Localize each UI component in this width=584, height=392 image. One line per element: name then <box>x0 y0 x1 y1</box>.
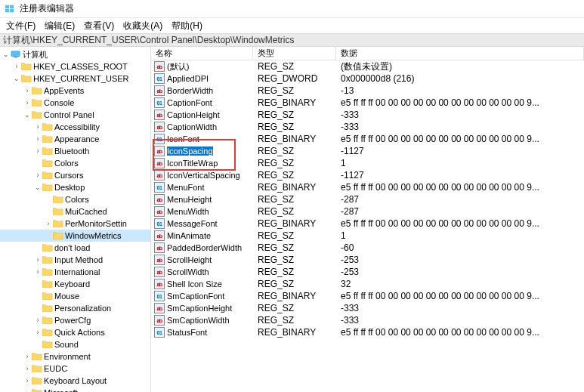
menu-edit[interactable]: 编辑(E) <box>40 20 79 32</box>
tree-item-label: Keyboard <box>54 279 90 289</box>
col-header-name[interactable]: 名称 <box>151 47 253 60</box>
list-row[interactable]: ab(默认)REG_SZ(数值未设置) <box>151 60 584 73</box>
tree-view[interactable]: ⌄计算机›HKEY_CLASSES_ROOT⌄HKEY_CURRENT_USER… <box>0 47 151 392</box>
tree-item[interactable]: ⌄Desktop <box>0 181 150 193</box>
menu-help[interactable]: 帮助(H) <box>167 20 207 32</box>
tree-item[interactable]: ›EUDC <box>0 363 150 375</box>
tree-item[interactable]: ›Accessibility <box>0 121 150 133</box>
expand-icon[interactable]: › <box>23 365 32 372</box>
col-header-data[interactable]: 数据 <box>336 47 584 60</box>
list-row[interactable]: abPaddedBorderWidthREG_SZ-60 <box>151 242 584 254</box>
expand-icon[interactable]: › <box>33 256 42 264</box>
expand-icon[interactable]: › <box>12 63 21 70</box>
menu-view[interactable]: 查看(V) <box>79 20 119 32</box>
value-data: -1127 <box>336 146 584 156</box>
expand-icon[interactable]: › <box>33 123 42 131</box>
list-row[interactable]: 01SmCaptionFontREG_BINARYe5 ff ff ff 00 … <box>151 290 584 302</box>
list-row[interactable]: abShell Icon SizeREG_SZ32 <box>151 278 584 290</box>
tree-item[interactable]: ›PowerCfg <box>0 314 150 326</box>
expand-icon[interactable]: › <box>23 377 32 384</box>
string-value-icon: ab <box>154 303 165 313</box>
tree-item[interactable]: ›International <box>0 266 150 278</box>
tree-item[interactable]: ›PerMonitorSettin <box>0 218 150 230</box>
list-row[interactable]: abMinAnimateREG_SZ1 <box>151 230 584 242</box>
expand-icon[interactable]: › <box>23 87 32 94</box>
list-row[interactable]: abIconVerticalSpacingREG_SZ-1127 <box>151 169 584 181</box>
tree-item[interactable]: ⌄HKEY_CURRENT_USER <box>0 73 150 85</box>
menu-favorites[interactable]: 收藏夹(A) <box>119 20 167 32</box>
expand-icon[interactable]: › <box>33 268 42 276</box>
col-header-type[interactable]: 类型 <box>253 47 336 60</box>
collapse-icon[interactable]: ⌄ <box>2 51 11 58</box>
list-row[interactable]: 01MenuFontREG_BINARYe5 ff ff ff 00 00 00… <box>151 181 584 193</box>
tree-item[interactable]: ›Quick Actions <box>0 326 150 338</box>
string-value-icon: ab <box>154 230 165 241</box>
svg-rect-5 <box>14 57 17 58</box>
list-row[interactable]: abCaptionHeightREG_SZ-333 <box>151 109 584 121</box>
collapse-icon[interactable]: ⌄ <box>23 111 32 119</box>
tree-item[interactable]: ›Console <box>0 97 150 109</box>
tree-item[interactable]: MuiCached <box>0 205 150 218</box>
expand-icon[interactable]: › <box>33 147 42 155</box>
collapse-icon[interactable]: ⌄ <box>12 75 21 82</box>
expand-icon[interactable]: › <box>44 220 53 227</box>
list-row[interactable]: 01CaptionFontREG_BINARYe5 ff ff ff 00 00… <box>151 97 584 109</box>
collapse-icon[interactable]: ⌄ <box>33 184 42 191</box>
tree-item[interactable]: ›Cursors <box>0 169 150 181</box>
expand-icon[interactable]: › <box>23 353 32 360</box>
list-row[interactable]: abIconTitleWrapREG_SZ1 <box>151 157 584 169</box>
list-row[interactable]: abScrollWidthREG_SZ-253 <box>151 266 584 278</box>
list-row[interactable]: 01MessageFontREG_BINARYe5 ff ff ff 00 00… <box>151 218 584 230</box>
tree-item[interactable]: Keyboard <box>0 278 150 290</box>
value-name: CaptionHeight <box>167 110 220 119</box>
value-type: REG_SZ <box>253 85 336 96</box>
tree-item[interactable]: don't load <box>0 242 150 254</box>
tree-item[interactable]: WindowMetrics <box>0 230 150 242</box>
list-row[interactable]: abMenuHeightREG_SZ-287 <box>151 193 584 205</box>
tree-item[interactable]: ›Environment <box>0 350 150 363</box>
tree-item[interactable]: Colors <box>0 157 150 169</box>
tree-item[interactable]: ›HKEY_CLASSES_ROOT <box>0 60 150 73</box>
string-value-icon: ab <box>154 267 165 277</box>
tree-item[interactable]: Colors <box>0 193 150 205</box>
folder-icon <box>32 86 42 95</box>
menu-file[interactable]: 文件(F) <box>2 20 40 32</box>
list-row[interactable]: abIconSpacingREG_SZ-1127 <box>151 145 584 157</box>
tree-item[interactable]: ›Keyboard Layout <box>0 375 150 387</box>
list-row[interactable]: abScrollHeightREG_SZ-253 <box>151 254 584 266</box>
expand-icon[interactable]: › <box>23 99 32 106</box>
expand-icon[interactable]: › <box>33 171 42 179</box>
expand-icon[interactable]: › <box>33 316 42 324</box>
tree-item[interactable]: ›Input Method <box>0 254 150 266</box>
tree-item[interactable]: Personalization <box>0 302 150 314</box>
expand-icon[interactable]: › <box>33 329 42 336</box>
tree-item[interactable]: ⌄计算机 <box>0 48 150 60</box>
list-row[interactable]: abCaptionWidthREG_SZ-333 <box>151 121 584 133</box>
tree-item[interactable]: ›Microsoft <box>0 387 150 392</box>
tree-item[interactable]: ›Bluetooth <box>0 145 150 157</box>
list-row[interactable]: abBorderWidthREG_SZ-13 <box>151 85 584 97</box>
folder-icon <box>21 62 32 71</box>
string-value-icon: ab <box>154 110 165 120</box>
tree-item-label: 计算机 <box>23 49 48 60</box>
tree-item[interactable]: ›AppEvents <box>0 85 150 97</box>
tree-item[interactable]: ⌄Control Panel <box>0 109 150 121</box>
expand-icon[interactable]: › <box>33 135 42 143</box>
value-name: ScrollHeight <box>167 255 212 264</box>
list-view[interactable]: 名称 类型 数据 ab(默认)REG_SZ(数值未设置)01AppliedDPI… <box>151 47 584 392</box>
list-row[interactable]: 01AppliedDPIREG_DWORD0x000000d8 (216) <box>151 73 584 85</box>
tree-item[interactable]: ›Appearance <box>0 133 150 145</box>
list-row[interactable]: abMenuWidthREG_SZ-287 <box>151 205 584 218</box>
tree-item[interactable]: Mouse <box>0 290 150 302</box>
value-data: e5 ff ff ff 00 00 00 00 00 00 00 00 00 0… <box>336 291 584 301</box>
address-bar[interactable]: 计算机\HKEY_CURRENT_USER\Control Panel\Desk… <box>0 33 584 47</box>
folder-icon <box>32 110 42 119</box>
tree-item[interactable]: Sound <box>0 338 150 350</box>
value-name: MinAnimate <box>167 231 211 240</box>
list-row[interactable]: 01StatusFontREG_BINARYe5 ff ff ff 00 00 … <box>151 326 584 338</box>
list-row[interactable]: abSmCaptionWidthREG_SZ-333 <box>151 314 584 326</box>
folder-icon <box>53 207 63 216</box>
expand-icon[interactable]: › <box>23 389 32 392</box>
list-row[interactable]: abSmCaptionHeightREG_SZ-333 <box>151 302 584 314</box>
list-row[interactable]: 01IconFontREG_BINARYe5 ff ff ff 00 00 00… <box>151 133 584 145</box>
